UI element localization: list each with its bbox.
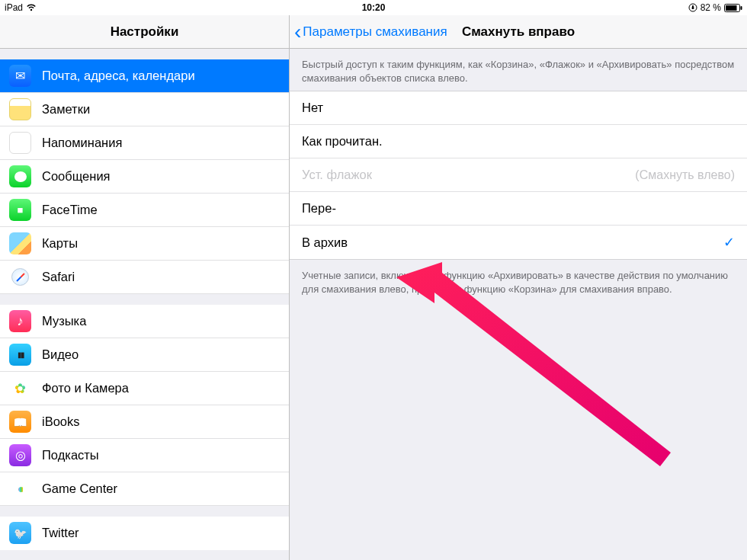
wifi-icon [26,4,37,11]
sidebar-item-gamecenter[interactable]: Game Center [0,472,289,506]
chevron-left-icon: ‹ [294,21,301,43]
ibooks-icon [9,411,31,433]
option-label: В архив [302,235,348,250]
sidebar-item-label: Фото и Камера [42,381,129,395]
back-button[interactable]: ‹ Параметры смахивания [290,21,447,43]
sidebar-item-mail[interactable]: Почта, адреса, календари [0,59,289,93]
sidebar-item-ibooks[interactable]: iBooks [0,405,289,439]
sidebar-item-twitter[interactable]: Twitter [0,517,289,550]
checkmark-icon: ✓ [723,234,735,251]
option-label: Уст. флажок [302,168,372,182]
orientation-lock-icon [688,3,697,12]
option-mark-read[interactable]: Как прочитан. [290,125,747,158]
svg-rect-2 [726,5,737,11]
status-bar: iPad 10:20 82 % [0,0,747,15]
sidebar-item-label: Почта, адреса, календари [42,69,195,83]
section-header-description: Быстрый доступ к таким функциям, как «Ко… [290,49,747,91]
sidebar-item-label: FaceTime [42,203,98,217]
status-time: 10:20 [362,2,386,13]
podcasts-icon [9,444,31,466]
battery-icon [724,4,742,12]
option-label: Нет [302,101,323,115]
gamecenter-icon [9,478,31,500]
sidebar-item-label: Game Center [42,482,117,496]
option-label: Как прочитан. [302,134,383,149]
sidebar-item-maps[interactable]: Карты [0,227,289,261]
sidebar-header: Настройки [0,15,289,49]
battery-text: 82 % [701,2,721,13]
sidebar-item-label: Twitter [42,526,79,540]
music-icon [9,310,31,332]
sidebar-item-reminders[interactable]: Напоминания [0,126,289,160]
sidebar-item-facetime[interactable]: FaceTime [0,194,289,227]
sidebar-item-messages[interactable]: Сообщения [0,160,289,194]
sidebar-item-label: Сообщения [42,169,111,184]
detail-title: Смахнуть вправо [462,24,575,40]
swipe-right-options: Нет Как прочитан. Уст. флажок (Смахнуть … [290,91,747,260]
safari-icon [9,266,31,288]
sidebar-item-label: Напоминания [42,136,122,150]
photos-icon [9,377,31,399]
option-hint: (Смахнуть влево) [635,168,735,182]
option-flag: Уст. флажок (Смахнуть влево) [290,158,747,192]
messages-icon [9,165,31,187]
reminders-icon [9,132,31,154]
twitter-icon [9,522,31,544]
option-none[interactable]: Нет [290,91,747,125]
sidebar-item-notes[interactable]: Заметки [0,93,289,126]
sidebar-item-label: Музыка [42,314,86,328]
sidebar-scroll[interactable]: Почта, адреса, календари Заметки Напомин… [0,49,289,560]
sidebar-item-music[interactable]: Музыка [0,305,289,338]
sidebar-title: Настройки [111,24,179,40]
sidebar-item-video[interactable]: Видео [0,338,289,372]
settings-sidebar: Настройки Почта, адреса, календари Замет… [0,15,290,560]
back-label: Параметры смахивания [303,24,447,40]
sidebar-item-photos[interactable]: Фото и Камера [0,372,289,405]
svg-rect-3 [741,6,742,10]
sidebar-item-label: Видео [42,347,79,362]
sidebar-item-label: Карты [42,236,78,251]
detail-header: ‹ Параметры смахивания Смахнуть вправо [290,15,747,49]
option-move[interactable]: Пере- [290,192,747,226]
sidebar-item-label: Safari [42,270,75,284]
detail-pane: ‹ Параметры смахивания Смахнуть вправо Б… [290,15,747,560]
sidebar-item-label: Заметки [42,102,90,117]
section-footer-description: Учетные записи, включающие функцию «Архи… [290,260,747,302]
notes-icon [9,98,31,120]
sidebar-item-podcasts[interactable]: Подкасты [0,439,289,472]
sidebar-item-label: Подкасты [42,448,99,462]
video-icon [9,344,31,366]
mail-icon [9,65,31,87]
sidebar-item-label: iBooks [42,414,80,429]
device-label: iPad [5,2,23,13]
sidebar-item-safari[interactable]: Safari [0,261,289,294]
facetime-icon [9,199,31,221]
option-label: Пере- [302,201,336,216]
option-archive[interactable]: В архив ✓ [290,226,747,259]
maps-icon [9,232,31,254]
